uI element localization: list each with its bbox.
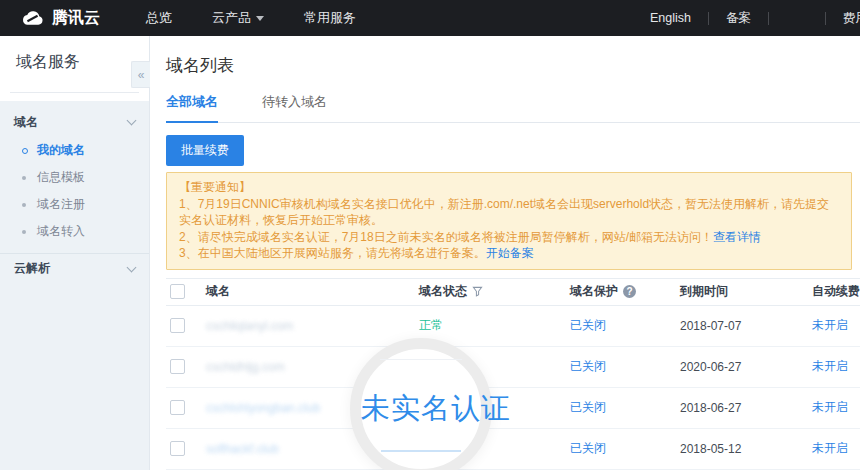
col-auto-renew: 自动续费	[812, 283, 860, 300]
status-badge: 正常	[419, 318, 443, 332]
brand-logo[interactable]: 腾讯云	[0, 8, 126, 29]
notice-banner: 【重要通知】 1、7月19日CNNIC审核机构域名实名接口优化中，新注册.com…	[166, 172, 852, 270]
row-checkbox[interactable]	[170, 400, 185, 415]
table-row: cschlshlyongban.club 已关闭 2018-06-27 未开启	[166, 388, 860, 429]
nav-overview[interactable]: 总览	[126, 0, 192, 36]
sidebar-divider	[10, 92, 139, 93]
sidebar: 域名服务 « 域名 我的域名 信息模板 域名注册 域名转入	[0, 36, 150, 470]
sidebar-collapse-button[interactable]: «	[131, 61, 150, 88]
row-checkbox[interactable]	[170, 441, 185, 456]
col-status: 域名状态	[419, 283, 570, 300]
domain-name[interactable]: soflhackf.club	[206, 442, 279, 456]
bullet-icon	[22, 203, 26, 207]
bullet-icon	[22, 148, 28, 154]
top-navbar: 腾讯云 总览 云产品 常用服务 English 备案 费用	[0, 0, 860, 36]
view-details-link[interactable]: 查看详情	[713, 230, 761, 244]
table-row: soflhackf.club 已关闭 2018-05-12 未开启	[166, 429, 860, 470]
tab-all-domains[interactable]: 全部域名	[166, 93, 218, 122]
auto-renew-link[interactable]: 未开启	[812, 441, 848, 455]
select-all-checkbox[interactable]	[170, 284, 185, 299]
row-checkbox[interactable]	[170, 318, 185, 333]
notice-line-1: 1、7月19日CNNIC审核机构域名实名接口优化中，新注册.com/.net域名…	[179, 196, 839, 229]
chevron-down-icon	[127, 262, 137, 272]
col-domain: 域名	[206, 283, 419, 300]
magnified-underline	[381, 450, 460, 452]
brand-name: 腾讯云	[52, 8, 100, 29]
protection-link[interactable]: 已关闭	[570, 318, 606, 332]
magnifier-overlay: 未实名认证	[350, 338, 492, 470]
nav-billing[interactable]: 费用	[826, 0, 860, 36]
nav-beian[interactable]: 备案	[709, 0, 768, 36]
expiry-date: 2020-06-27	[680, 360, 741, 374]
sidebar-item-info-template[interactable]: 信息模板	[0, 164, 149, 191]
bullet-icon	[22, 176, 26, 180]
auto-renew-link[interactable]: 未开启	[812, 400, 848, 414]
domain-name[interactable]: cschliqlanyl.com	[206, 319, 293, 333]
sidebar-menu: 域名 我的域名 信息模板 域名注册 域名转入 云解析	[0, 101, 149, 470]
expiry-date: 2018-05-12	[680, 442, 741, 456]
row-checkbox[interactable]	[170, 359, 185, 374]
expiry-date: 2018-07-07	[680, 319, 741, 333]
domain-name[interactable]: cschlshlyongban.club	[206, 401, 320, 415]
auto-renew-link[interactable]: 未开启	[812, 318, 848, 332]
sidebar-item-my-domains[interactable]: 我的域名	[0, 137, 149, 164]
notice-line-3: 3、在中国大陆地区开展网站服务，请先将域名进行备案。开始备案	[179, 245, 839, 262]
protection-link[interactable]: 已关闭	[570, 441, 606, 455]
nav-language[interactable]: English	[633, 0, 708, 36]
topnav-right: English 备案 费用	[633, 0, 860, 36]
table-row: cschldhljg.com 正常 已关闭 2020-06-27 未开启	[166, 347, 860, 388]
sidebar-section-domain[interactable]: 域名	[0, 107, 149, 137]
magnified-status-text: 未实名认证	[361, 389, 481, 429]
nav-account-area[interactable]	[769, 0, 825, 36]
collapse-icon: «	[138, 68, 145, 82]
domain-table: 域名 域名状态 域名保护 ? 到期时间 自动续费	[166, 278, 860, 470]
expiry-date: 2018-06-27	[680, 401, 741, 415]
protection-link[interactable]: 已关闭	[570, 359, 606, 373]
sidebar-title: 域名服务	[0, 36, 149, 92]
help-icon[interactable]: ?	[623, 285, 636, 298]
sidebar-item-domain-transfer[interactable]: 域名转入	[0, 218, 149, 245]
notice-title: 【重要通知】	[179, 179, 839, 196]
cloud-logo-icon	[20, 9, 45, 28]
main-content: 域名列表 全部域名 待转入域名 批量续费 【重要通知】 1、7月19日CNNIC…	[150, 36, 860, 470]
auto-renew-link[interactable]: 未开启	[812, 359, 848, 373]
batch-renew-button[interactable]: 批量续费	[166, 135, 244, 166]
col-protection: 域名保护 ?	[570, 283, 680, 300]
chevron-down-icon	[256, 16, 264, 21]
domain-name[interactable]: cschldhljg.com	[206, 360, 285, 374]
sidebar-item-domain-register[interactable]: 域名注册	[0, 191, 149, 218]
nav-products[interactable]: 云产品	[192, 0, 284, 36]
table-row: cschliqlanyl.com 正常 已关闭 2018-07-07 未开启	[166, 306, 860, 347]
start-beian-link[interactable]: 开始备案	[486, 246, 534, 260]
page-title: 域名列表	[166, 54, 860, 77]
filter-icon[interactable]	[472, 286, 483, 297]
col-expiry: 到期时间	[680, 283, 812, 300]
tab-bar: 全部域名 待转入域名	[166, 93, 860, 123]
magnified-row-separator	[380, 359, 462, 360]
table-header-row: 域名 域名状态 域名保护 ? 到期时间 自动续费	[166, 278, 860, 306]
sidebar-section-dns[interactable]: 云解析	[0, 253, 149, 283]
nav-common-services[interactable]: 常用服务	[284, 0, 376, 36]
notice-line-2: 2、请尽快完成域名实名认证，7月18日之前未实名的域名将被注册局暂停解析，网站/…	[179, 229, 839, 246]
tab-pending-transfer[interactable]: 待转入域名	[262, 93, 327, 122]
chevron-down-icon	[127, 116, 137, 126]
bullet-icon	[22, 230, 26, 234]
protection-link[interactable]: 已关闭	[570, 400, 606, 414]
